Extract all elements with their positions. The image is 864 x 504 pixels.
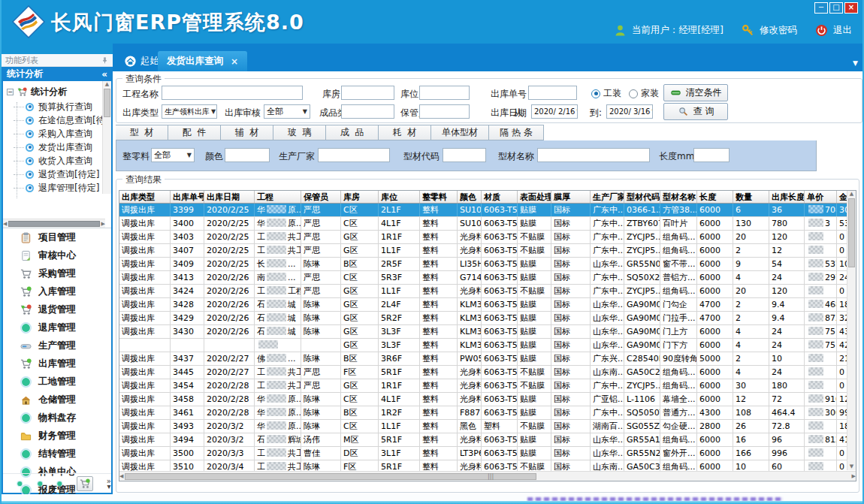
- tree-item[interactable]: 退货查询[待定]: [3, 167, 111, 181]
- table-row[interactable]: 调拨出库34612020/2/28华原...陈琳B区1R2F整料F8877FT6…: [119, 406, 856, 420]
- material-tab[interactable]: 辅 材: [221, 125, 273, 140]
- grid-vertical-scrollbar[interactable]: ▲▼: [847, 191, 856, 470]
- minimize-button[interactable]: −: [814, 2, 828, 14]
- column-header[interactable]: 生产厂家: [591, 191, 624, 203]
- order-no-input[interactable]: [528, 86, 577, 100]
- green-dot-icon[interactable]: [17, 479, 23, 488]
- column-header[interactable]: 长度: [697, 191, 733, 203]
- table-row[interactable]: 调拨出库34072020/2/25工共工程严思G区1L1F整料光身料6063-T…: [119, 244, 856, 258]
- material-tab[interactable]: 型 材: [116, 125, 168, 140]
- table-row[interactable]: 调拨出库33992020/2/25华原...严思C区2L1F整料SU10...6…: [119, 204, 856, 217]
- sidebar-section-header[interactable]: 统计分析 «: [2, 67, 113, 81]
- tree-item[interactable]: 收货入库查询: [3, 154, 111, 167]
- material-tab[interactable]: 玻 璃: [273, 125, 326, 140]
- tree-root-node[interactable]: − 统计分析: [3, 81, 111, 100]
- location-input[interactable]: [419, 86, 470, 100]
- tree-vertical-scrollbar[interactable]: ▲: [102, 81, 111, 194]
- maker-input[interactable]: [318, 148, 390, 162]
- tree-horizontal-scrollbar[interactable]: ◀▶: [3, 219, 105, 228]
- sidebar-menu-item[interactable]: 生产管理: [3, 337, 111, 355]
- tree-item[interactable]: 预算执行查询: [3, 100, 111, 113]
- table-row[interactable]: 调拨出库34372020/2/27佛...陈琳B区3R6F整料PW056063-…: [119, 352, 856, 366]
- table-row[interactable]: 调拨出库34542020/2/28工共工程严思G区1R1F整料光身料6063-T…: [119, 379, 856, 393]
- column-header[interactable]: 单价: [805, 191, 837, 203]
- table-row[interactable]: 调拨出库34032020/2/25工共工程严思G区1R1F整料光身料6063-T…: [119, 231, 856, 244]
- column-header[interactable]: 数量: [733, 191, 769, 203]
- table-row[interactable]: G区3L3F整料KLM38176063-T5贴膜国标山东华...GA90M09.…: [119, 339, 856, 352]
- warehouse-input[interactable]: [341, 86, 394, 100]
- column-header[interactable]: 出库类型: [119, 191, 171, 203]
- sidebar-menu-item[interactable]: 退库管理: [3, 318, 111, 337]
- outbound-type-select[interactable]: 生产领料出库▼: [162, 104, 217, 119]
- table-row[interactable]: 调拨出库34242020/2/26工工程严思G区1L1F整料光身料6063-T5…: [119, 285, 856, 298]
- column-header[interactable]: 库房: [341, 191, 379, 203]
- table-row[interactable]: 调拨出库34282020/2/26石城陈琳G区2L4F整料KLM38176063…: [119, 298, 856, 312]
- date-from-select[interactable]: 2020/ 2/16▼: [531, 104, 578, 119]
- radio-jiazhuang[interactable]: 家装: [629, 87, 659, 100]
- sidebar-menu-item[interactable]: 工地管理: [3, 373, 111, 391]
- color-input[interactable]: [225, 148, 270, 162]
- tab-close-icon[interactable]: ×: [231, 56, 238, 67]
- table-row[interactable]: 调拨出库34932020/3/2华原...陈琳C区1L1F整料黑色塑料不贴膜国标…: [119, 420, 856, 433]
- table-row[interactable]: 调拨出库34582020/2/28华原...陈琳C区4L1F整料光身料6063-…: [119, 393, 856, 406]
- search-button[interactable]: 查 询: [663, 103, 728, 120]
- sidebar-menu-item[interactable]: 入库管理: [3, 282, 111, 300]
- material-tab[interactable]: 配 件: [168, 125, 221, 140]
- table-row[interactable]: 调拨出库34292020/2/26石城陈琳G区5R2F整料KLM38176063…: [119, 312, 856, 325]
- tab-shipping-outbound-query[interactable]: 发货出库查询 ×: [158, 51, 247, 71]
- profile-name-input[interactable]: [537, 148, 650, 162]
- cart-quick-button[interactable]: [77, 476, 93, 491]
- pin-icon[interactable]: [101, 56, 109, 65]
- table-row[interactable]: 调拨出库34132020/2/26南...严思C区5R3F整料G71422606…: [119, 271, 856, 285]
- table-row[interactable]: 调拨出库34002020/2/25华原...严思C区4L1F整料SU10...6…: [119, 217, 856, 231]
- sidebar-menu-item[interactable]: 仓储管理: [3, 391, 111, 409]
- logout-link[interactable]: 退出: [833, 24, 852, 37]
- material-tab[interactable]: 耗 材: [379, 125, 431, 140]
- overflow-button[interactable]: »▾: [107, 478, 111, 489]
- column-header[interactable]: 出库长度: [769, 191, 805, 203]
- sidebar-menu-item[interactable]: 财务管理: [3, 427, 111, 445]
- product-type-input[interactable]: [341, 104, 394, 119]
- audit-select[interactable]: 全部▼: [264, 104, 310, 119]
- tree-item[interactable]: 退库管理[待定]: [3, 181, 111, 195]
- table-row[interactable]: 调拨出库34942020/3/2石辉城汤伟M区5R1F整料光身料6063-T5贴…: [119, 433, 856, 447]
- material-tab[interactable]: 单体型材: [431, 125, 489, 140]
- column-header[interactable]: 颜色: [458, 191, 482, 203]
- table-row[interactable]: 调拨出库35002020/3/3工共工程曹佳D区3L1F整料LT3P606063…: [119, 447, 856, 460]
- date-to-select[interactable]: 2020/ 3/16▼: [606, 104, 653, 119]
- sidebar-menu-item[interactable]: 审核中心: [3, 246, 111, 264]
- column-header[interactable]: 表面处理: [518, 191, 551, 203]
- column-header[interactable]: 出库日期: [204, 191, 255, 203]
- table-row[interactable]: 调拨出库34452020/2/27工共工程严思F区5R1F整料光身料6063-T…: [119, 366, 856, 379]
- collapse-icon[interactable]: «: [101, 69, 107, 80]
- column-header[interactable]: 出库单号: [171, 191, 204, 203]
- material-tab[interactable]: 成 品: [326, 125, 379, 140]
- sidebar-menu-item[interactable]: 退货管理: [3, 300, 111, 318]
- close-button[interactable]: ×: [844, 2, 858, 14]
- material-tab[interactable]: 隔 热 条: [489, 125, 544, 140]
- tree-item[interactable]: 在途信息查询[待: [3, 113, 111, 127]
- sidebar-menu-item[interactable]: 物料盘存: [3, 409, 111, 427]
- column-header[interactable]: 型材代码: [624, 191, 660, 203]
- column-header[interactable]: 型材名称: [660, 191, 697, 203]
- table-row[interactable]: 调拨出库34302020/2/26石城陈琳G区3L3F整料KLM38176063…: [119, 325, 856, 339]
- sidebar-menu-item[interactable]: 采购管理: [3, 264, 111, 282]
- project-name-input[interactable]: [162, 86, 303, 100]
- green-dot-icon[interactable]: [37, 479, 44, 488]
- sidebar-menu-item[interactable]: 出库管理: [3, 355, 111, 373]
- keeper-input[interactable]: [419, 104, 470, 119]
- column-header[interactable]: 膜厚: [551, 191, 591, 203]
- column-header[interactable]: 材质: [482, 191, 518, 203]
- column-header[interactable]: 整零料: [420, 191, 458, 203]
- profile-code-input[interactable]: [443, 148, 486, 162]
- maximize-button[interactable]: □: [829, 2, 843, 14]
- change-password-link[interactable]: 修改密码: [760, 24, 797, 37]
- column-header[interactable]: 保管员: [301, 191, 341, 203]
- grid-horizontal-scrollbar[interactable]: ◀|||▶: [119, 471, 856, 481]
- table-row[interactable]: 调拨出库34092020/2/25长...陈琳B区2R5F整料LI35HD606…: [119, 258, 856, 271]
- tree-item[interactable]: 采购入库查询: [3, 127, 111, 140]
- clear-conditions-button[interactable]: 清空条件: [663, 84, 728, 101]
- length-input[interactable]: [693, 148, 730, 162]
- column-header[interactable]: 工程: [255, 191, 301, 203]
- sidebar-menu-item[interactable]: 结转管理: [3, 445, 111, 463]
